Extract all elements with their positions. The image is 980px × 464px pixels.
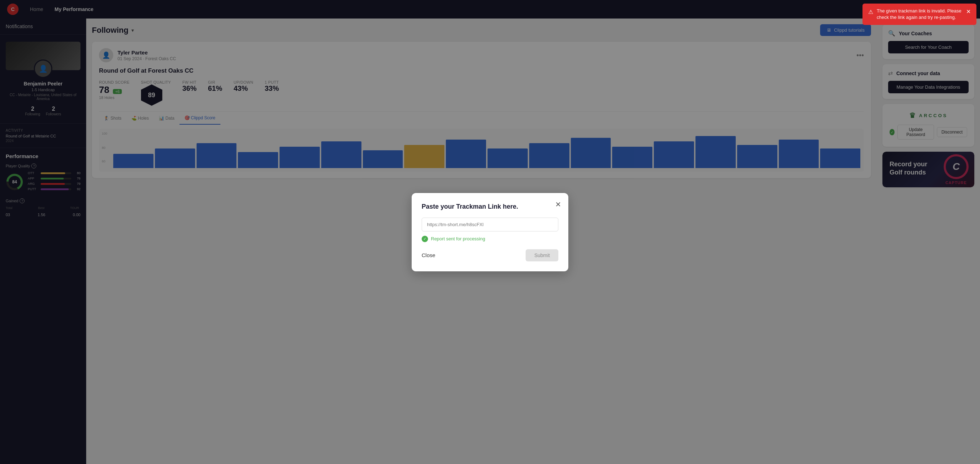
trackman-link-input[interactable] [422,218,558,232]
error-toast: ⚠ The given trackman link is invalid. Pl… [862,3,977,25]
modal-success-message: ✓ Report sent for processing [422,236,558,242]
modal-submit-button[interactable]: Submit [526,249,558,261]
trackman-modal: Paste your Trackman Link here. ✕ ✓ Repor… [412,193,568,271]
modal-close-button[interactable]: Close [422,252,435,258]
error-toast-message: The given trackman link is invalid. Plea… [877,8,963,21]
success-text: Report sent for processing [431,236,485,242]
success-icon: ✓ [422,236,428,242]
warning-icon: ⚠ [868,8,873,16]
modal-overlay: Paste your Trackman Link here. ✕ ✓ Repor… [0,0,980,464]
modal-actions: Close Submit [422,249,558,261]
modal-close-x-button[interactable]: ✕ [555,200,561,209]
toast-close-button[interactable]: ✕ [966,8,971,16]
modal-title: Paste your Trackman Link here. [422,203,558,210]
